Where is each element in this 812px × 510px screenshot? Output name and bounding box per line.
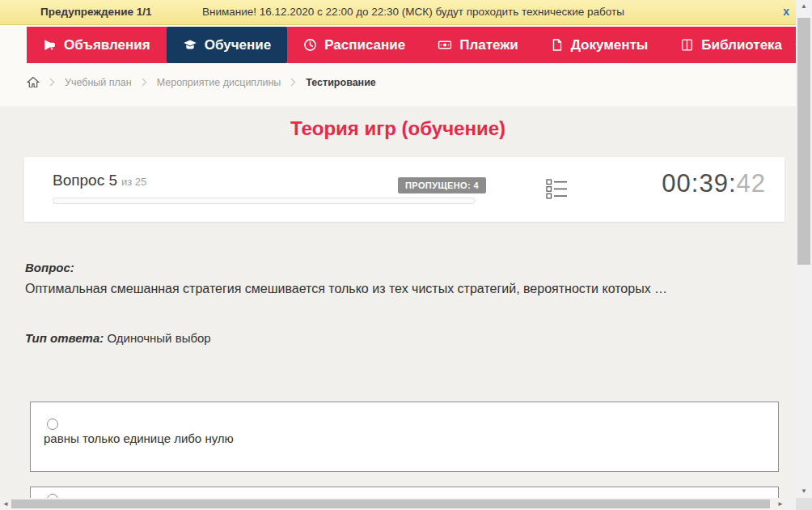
breadcrumb-item-study-plan[interactable]: Учебный план	[65, 77, 132, 88]
breadcrumb-item-testing: Тестирование	[306, 77, 376, 88]
nav-item-payments[interactable]: Платежи	[421, 27, 535, 63]
vertical-scrollbar-thumb[interactable]	[797, 18, 810, 265]
horizontal-scrollbar[interactable]: ◄ ►	[0, 498, 796, 510]
nav-item-announcements[interactable]: Объявления	[27, 27, 167, 63]
answer-type-value: Одиночный выбор	[107, 331, 210, 345]
question-list-icon[interactable]	[546, 179, 568, 202]
breadcrumb: Учебный план Мероприятие дисциплины Тест…	[27, 76, 376, 88]
nav-item-label: Обучение	[205, 37, 271, 53]
book-icon	[680, 38, 694, 52]
page-title: Теория игр (обучение)	[0, 117, 796, 140]
timer-seconds: 42	[737, 169, 766, 198]
answer-type-label: Тип ответа:	[25, 331, 104, 345]
warning-label: Предупреждение 1/1	[40, 6, 152, 18]
question-counter: из 25	[121, 176, 146, 188]
timer-minutes: 00:39:	[662, 169, 736, 198]
option-label: равны только единице либо нулю	[44, 431, 234, 445]
skipped-badge: ПРОПУЩЕНО: 4	[398, 177, 486, 193]
banknote-icon	[438, 38, 452, 52]
graduation-cap-icon	[183, 38, 197, 52]
scroll-right-icon[interactable]: ►	[775, 498, 786, 510]
nav-item-label: Расписание	[324, 37, 405, 53]
timer: 00:39:42	[662, 169, 766, 198]
warning-message: Внимание! 16.12.2020 с 22:00 до 22:30 (М…	[202, 6, 624, 18]
scroll-up-icon[interactable]: ▲	[796, 0, 812, 13]
nav-item-label: Библиотека	[701, 37, 782, 53]
chevron-right-icon	[290, 78, 296, 87]
main-nav: Объявления Обучение Расписание Платежи Д…	[27, 27, 796, 63]
nav-item-label: Документы	[571, 37, 649, 53]
question-text: Оптимальная смешанная стратегия смешивае…	[25, 282, 667, 296]
question-heading: Вопрос:	[25, 261, 74, 274]
home-icon[interactable]	[27, 76, 40, 88]
nav-item-documents[interactable]: Документы	[535, 27, 665, 63]
scroll-left-icon[interactable]: ◄	[0, 498, 11, 510]
document-icon	[551, 38, 564, 52]
breadcrumb-item-discipline-event[interactable]: Мероприятие дисциплины	[157, 77, 281, 88]
nav-item-schedule[interactable]: Расписание	[287, 27, 421, 63]
chevron-right-icon	[49, 78, 55, 87]
nav-item-library[interactable]: Библиотека	[664, 27, 796, 63]
nav-item-learning[interactable]: Обучение	[167, 27, 287, 63]
answer-option[interactable]: равны только единице либо нулю	[30, 402, 779, 472]
close-icon[interactable]: x	[783, 5, 789, 18]
page-viewport: Предупреждение 1/1 Внимание! 16.12.2020 …	[0, 0, 796, 498]
megaphone-icon	[43, 38, 57, 52]
scrollbar-corner	[796, 498, 812, 510]
nav-item-label: Платежи	[459, 37, 518, 53]
option-radio[interactable]	[47, 419, 58, 430]
vertical-scrollbar[interactable]: ▲ ▼	[796, 0, 812, 498]
question-number-label: Вопрос 5	[53, 172, 117, 189]
nav-item-label: Объявления	[64, 37, 150, 53]
answer-type: Тип ответа: Одиночный выбор	[25, 331, 211, 345]
chevron-right-icon	[142, 78, 147, 87]
clock-icon	[303, 38, 317, 52]
scroll-down-icon[interactable]: ▼	[796, 485, 812, 498]
answer-option[interactable]	[30, 487, 779, 498]
quiz-progress-bar	[53, 198, 476, 204]
horizontal-scrollbar-thumb[interactable]	[11, 499, 770, 508]
warning-bar: Предупреждение 1/1 Внимание! 16.12.2020 …	[0, 0, 796, 25]
quiz-header-card: Вопрос 5из 25 ПРОПУЩЕНО: 4 00:39:42	[24, 157, 785, 222]
question-number: Вопрос 5из 25	[53, 172, 146, 189]
